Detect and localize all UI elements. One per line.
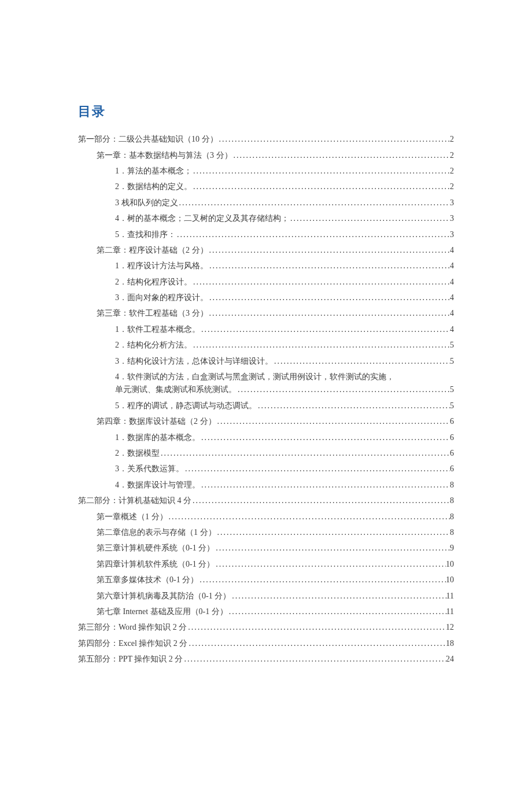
toc-leader-dots	[216, 415, 450, 428]
toc-entry: 1．程序设计方法与风格。4	[78, 260, 454, 272]
toc-label: 2．数据结构的定义。	[115, 180, 192, 193]
toc-page-number: 6	[450, 431, 454, 444]
toc-label: 2．数据模型	[115, 447, 160, 460]
toc-page-number: 4	[450, 291, 454, 304]
toc-label: 3 栈和队列的定义	[115, 197, 178, 209]
toc-entry: 第七章 Internet 基础及应用（0-1 分）11	[78, 605, 454, 618]
toc-label: 2．结构化程序设计。	[115, 276, 192, 289]
toc-label: 第三章：软件工程基础（3 分）	[97, 307, 208, 320]
toc-label: 第五部分：PPT 操作知识 2 分	[78, 653, 183, 666]
toc-entry: 2．结构化分析方法。5	[78, 339, 454, 352]
table-of-contents: 第一部分：二级公共基础知识（10 分）2第一章：基本数据结构与算法（3 分）21…	[78, 133, 454, 666]
toc-label: 4．树的基本概念；二叉树的定义及其存储结构；	[115, 212, 289, 225]
toc-leader-dots	[176, 228, 450, 241]
toc-page-number: 18	[446, 637, 454, 650]
toc-page-number: 8	[450, 526, 454, 539]
toc-label: 第二章信息的表示与存储（1 分）	[97, 526, 216, 539]
toc-page-number: 10	[446, 558, 454, 571]
toc-entry: 3．关系代数运算。6	[78, 463, 454, 475]
toc-leader-dots	[237, 383, 450, 396]
toc-entry: 1．数据库的基本概念。6	[78, 431, 454, 444]
toc-page-number: 12	[446, 621, 454, 634]
toc-entry: 4．软件测试的方法，白盒测试与黑盒测试，测试用例设计，软件测试的实施，单元测试、…	[78, 371, 454, 397]
toc-page-number: 4	[450, 307, 454, 320]
toc-title: 目录	[78, 101, 454, 121]
toc-label: 5．查找和排序：	[115, 228, 176, 241]
toc-entry: 第四部分：Excel 操作知识 2 分18	[78, 637, 454, 650]
toc-page-number: 2	[450, 165, 454, 178]
toc-leader-dots	[192, 339, 450, 352]
toc-leader-dots	[183, 653, 446, 666]
toc-label: 3．关系代数运算。	[115, 463, 184, 475]
toc-leader-dots	[273, 355, 450, 368]
toc-label: 4．软件测试的方法，白盒测试与黑盒测试，测试用例设计，软件测试的实施，	[115, 371, 454, 383]
toc-leader-dots	[215, 542, 450, 555]
toc-label: 第五章多媒体技术（0-1 分）	[97, 574, 198, 586]
toc-page-number: 4	[450, 276, 454, 289]
toc-page-number: 6	[450, 447, 454, 460]
toc-entry: 4．树的基本概念；二叉树的定义及其存储结构；3	[78, 212, 454, 225]
toc-leader-dots	[218, 133, 450, 146]
toc-page-number: 8	[450, 511, 454, 523]
toc-label: 1．算法的基本概念；	[115, 165, 192, 178]
toc-page-number: 2	[450, 149, 454, 162]
toc-entry: 3．面向对象的程序设计。4	[78, 291, 454, 304]
toc-entry: 第五部分：PPT 操作知识 2 分24	[78, 653, 454, 666]
toc-label: 3．面向对象的程序设计。	[115, 291, 208, 304]
toc-label: 第四章计算机软件系统（0-1 分）	[97, 558, 215, 571]
toc-leader-dots	[184, 463, 450, 475]
toc-entry: 3．结构化设计方法，总体设计与详细设计。5	[78, 355, 454, 368]
toc-leader-dots	[198, 574, 446, 586]
toc-page-number: 8	[450, 479, 454, 492]
toc-page-number: 5	[450, 355, 454, 368]
toc-entry: 2．数据结构的定义。2	[78, 180, 454, 193]
toc-label: 第七章 Internet 基础及应用（0-1 分）	[97, 605, 228, 618]
toc-entry: 5．查找和排序：3	[78, 228, 454, 241]
toc-entry: 1．算法的基本概念；2	[78, 165, 454, 178]
toc-leader-dots	[257, 400, 450, 412]
toc-page-number: 2	[450, 133, 454, 146]
toc-label: 1．程序设计方法与风格。	[115, 260, 208, 272]
toc-entry: 2．结构化程序设计。4	[78, 276, 454, 289]
toc-page-number: 6	[450, 463, 454, 475]
toc-label: 第三章计算机硬件系统（0-1 分）	[97, 542, 215, 555]
toc-entry: 第二章信息的表示与存储（1 分）8	[78, 526, 454, 539]
toc-entry: 3 栈和队列的定义3	[78, 197, 454, 209]
toc-label: 单元测试、集成测试和系统测试。	[115, 383, 237, 396]
toc-label: 5．程序的调试，静态调试与动态调试。	[115, 400, 257, 412]
toc-page-number: 5	[450, 383, 454, 396]
toc-leader-dots	[187, 637, 446, 650]
toc-page-number: 3	[450, 212, 454, 225]
toc-entry: 第一章：基本数据结构与算法（3 分）2	[78, 149, 454, 162]
toc-label: 第四部分：Excel 操作知识 2 分	[78, 637, 187, 650]
toc-entry: 第四章：数据库设计基础（2 分）6	[78, 415, 454, 428]
toc-leader-dots	[168, 511, 450, 523]
toc-leader-dots	[231, 590, 446, 603]
toc-page-number: 10	[446, 574, 454, 586]
toc-entry: 第三部分：Word 操作知识 2 分12	[78, 621, 454, 634]
toc-leader-dots	[200, 431, 450, 444]
toc-page-number: 9	[450, 542, 454, 555]
toc-leader-dots	[192, 180, 450, 193]
toc-entry: 第一部分：二级公共基础知识（10 分）2	[78, 133, 454, 146]
toc-entry: 第一章概述（1 分）8	[78, 511, 454, 523]
toc-leader-dots	[178, 197, 450, 209]
toc-label: 第一部分：二级公共基础知识（10 分）	[78, 133, 218, 146]
toc-entry: 第三章计算机硬件系统（0-1 分）9	[78, 542, 454, 555]
toc-entry: 2．数据模型6	[78, 447, 454, 460]
toc-page-number: 2	[450, 180, 454, 193]
toc-label: 4．数据库设计与管理。	[115, 479, 200, 492]
toc-entry: 第二部分：计算机基础知识 4 分8	[78, 494, 454, 507]
toc-page-number: 5	[450, 400, 454, 412]
toc-leader-dots	[200, 323, 450, 336]
toc-leader-dots	[187, 621, 446, 634]
toc-leader-dots	[191, 494, 450, 507]
toc-label: 1．软件工程基本概念。	[115, 323, 200, 336]
toc-label: 第一章概述（1 分）	[97, 511, 168, 523]
toc-entry: 第三章：软件工程基础（3 分）4	[78, 307, 454, 320]
toc-leader-dots	[208, 244, 450, 257]
toc-leader-dots	[192, 276, 450, 289]
toc-page-number: 4	[450, 323, 454, 336]
toc-label: 第三部分：Word 操作知识 2 分	[78, 621, 187, 634]
toc-entry: 1．软件工程基本概念。4	[78, 323, 454, 336]
